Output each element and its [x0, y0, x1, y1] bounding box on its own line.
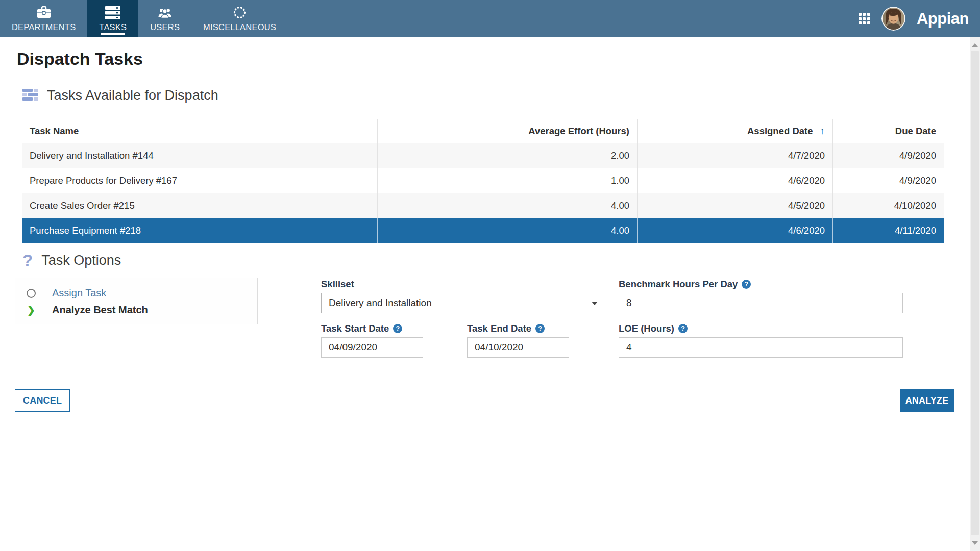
- task-options-title: Task Options: [41, 253, 121, 268]
- help-icon[interactable]: ?: [678, 324, 688, 333]
- due-date-cell: 4/9/2020: [833, 168, 944, 193]
- due-date-cell: 4/10/2020: [833, 193, 944, 218]
- task-end-date-input[interactable]: 04/10/2020: [467, 337, 569, 358]
- analyze-button[interactable]: ANALYZE: [900, 389, 954, 412]
- cancel-button[interactable]: CANCEL: [15, 389, 70, 412]
- nav-right-cluster: Appian: [859, 0, 980, 37]
- due-date-cell: 4/9/2020: [833, 143, 944, 168]
- task-name-cell: Purchase Equipment #218: [22, 218, 378, 243]
- dotted-circle-icon: [233, 6, 247, 20]
- task-name-cell: Create Sales Order #215: [22, 193, 378, 218]
- tab-users-label: USERS: [150, 22, 180, 32]
- actions-divider: [15, 379, 954, 379]
- effort-cell: 4.00: [378, 218, 638, 243]
- question-mark-icon: ?: [22, 252, 33, 269]
- record-stack-icon: [22, 88, 38, 103]
- green-chevron-icon: ❯: [27, 304, 36, 316]
- col-header-task-name[interactable]: Task Name: [22, 119, 378, 143]
- user-avatar[interactable]: [881, 7, 905, 31]
- tasks-section-title: Tasks Available for Dispatch: [47, 88, 218, 104]
- skillset-label: Skillset: [321, 279, 354, 290]
- table-row[interactable]: Delivery and Installation #144 2.00 4/7/…: [22, 143, 944, 168]
- help-icon[interactable]: ?: [535, 324, 545, 333]
- table-row[interactable]: Create Sales Order #215 4.00 4/5/2020 4/…: [22, 193, 944, 218]
- benchmark-label: Benchmark Hours Per Day ?: [619, 279, 751, 290]
- help-icon[interactable]: ?: [393, 324, 402, 333]
- nav-tabs: DEPARTMENTS TASKS: [0, 0, 288, 37]
- effort-cell: 1.00: [378, 168, 638, 193]
- due-date-cell: 4/11/2020: [833, 218, 944, 243]
- assign-task-label: Assign Task: [52, 287, 106, 299]
- top-nav-bar: DEPARTMENTS TASKS: [0, 0, 980, 37]
- tasks-table: Task Name Average Effort (Hours) Assigne…: [22, 119, 944, 243]
- tab-departments[interactable]: DEPARTMENTS: [0, 0, 87, 37]
- assigned-date-cell: 4/5/2020: [638, 193, 833, 218]
- tab-tasks-label: TASKS: [99, 22, 127, 32]
- app-grid-icon[interactable]: [859, 13, 870, 24]
- appian-logo: Appian: [917, 10, 969, 28]
- task-options-heading: ? Task Options: [22, 252, 121, 269]
- scrollbar-thumb[interactable]: [971, 51, 979, 535]
- task-start-date-label: Task Start Date ?: [321, 323, 402, 334]
- effort-cell: 4.00: [378, 193, 638, 218]
- scroll-up-icon[interactable]: [972, 43, 978, 47]
- users-icon: [158, 6, 172, 20]
- skillset-value: Delivery and Installation: [329, 297, 432, 309]
- task-options-box: Assign Task ❯ Analyze Best Match: [15, 278, 258, 324]
- effort-cell: 2.00: [378, 143, 638, 168]
- table-row[interactable]: Prepare Products for Delivery #167 1.00 …: [22, 168, 944, 193]
- page-title: Dispatch Tasks: [17, 49, 143, 69]
- tab-miscellaneous-label: MISCELLANEOUS: [203, 22, 276, 32]
- option-assign-task[interactable]: Assign Task: [27, 285, 257, 302]
- task-name-cell: Prepare Products for Delivery #167: [22, 168, 378, 193]
- briefcase-icon: [36, 6, 52, 20]
- task-end-date-label: Task End Date ?: [467, 323, 545, 334]
- tab-miscellaneous[interactable]: MISCELLANEOUS: [191, 0, 288, 37]
- dispatch-tasks-page: DEPARTMENTS TASKS: [0, 0, 980, 551]
- tab-departments-label: DEPARTMENTS: [12, 22, 76, 32]
- col-header-average-effort[interactable]: Average Effort (Hours): [378, 119, 638, 143]
- vertical-scrollbar[interactable]: [970, 37, 980, 551]
- task-name-cell: Delivery and Installation #144: [22, 143, 378, 168]
- chevron-down-icon: [592, 302, 598, 305]
- title-divider: [15, 79, 954, 79]
- table-header-row: Task Name Average Effort (Hours) Assigne…: [22, 119, 944, 143]
- scroll-down-icon[interactable]: [972, 541, 978, 545]
- tasks-section-heading: Tasks Available for Dispatch: [22, 88, 218, 104]
- assigned-date-cell: 4/6/2020: [638, 168, 833, 193]
- loe-hours-input[interactable]: 4: [619, 337, 903, 358]
- analyze-best-match-label: Analyze Best Match: [52, 304, 148, 316]
- task-stack-icon: [105, 6, 120, 20]
- col-header-due-date[interactable]: Due Date: [833, 119, 944, 143]
- table-row-selected[interactable]: Purchase Equipment #218 4.00 4/6/2020 4/…: [22, 218, 944, 243]
- loe-hours-label: LOE (Hours) ?: [619, 323, 688, 334]
- assigned-date-cell: 4/6/2020: [638, 218, 833, 243]
- tab-users[interactable]: USERS: [138, 0, 191, 37]
- radio-unselected-icon[interactable]: [27, 289, 36, 298]
- tab-tasks[interactable]: TASKS: [87, 0, 138, 37]
- option-analyze-best-match[interactable]: ❯ Analyze Best Match: [27, 302, 257, 318]
- task-start-date-input[interactable]: 04/09/2020: [321, 337, 423, 358]
- sort-ascending-icon[interactable]: ↑: [820, 126, 825, 137]
- help-icon[interactable]: ?: [742, 280, 751, 289]
- skillset-dropdown[interactable]: Delivery and Installation: [321, 293, 605, 313]
- benchmark-hours-input[interactable]: 8: [619, 293, 903, 313]
- assigned-date-cell: 4/7/2020: [638, 143, 833, 168]
- col-header-assigned-date[interactable]: Assigned Date ↑: [638, 119, 833, 143]
